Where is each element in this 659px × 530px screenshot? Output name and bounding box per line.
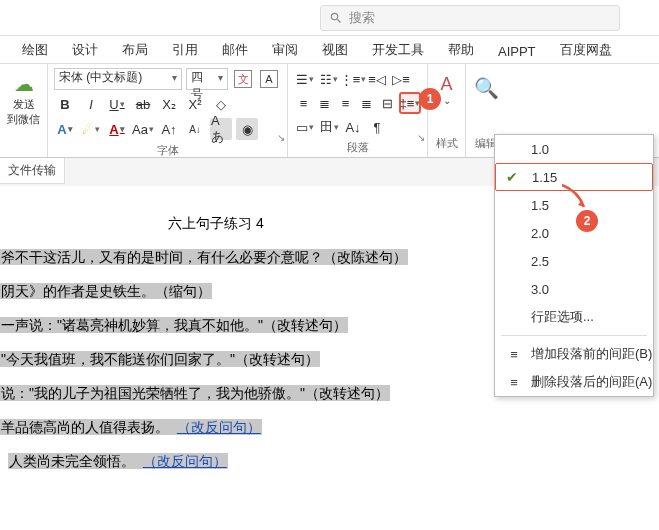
annotation-marker-1: 1 (419, 88, 441, 110)
wechat-icon[interactable]: ☁ (6, 72, 41, 96)
justify-button[interactable]: ≣ (357, 92, 376, 114)
enclosed-char-button[interactable]: ◉ (236, 118, 258, 140)
grow-font-button[interactable]: A↑ (158, 118, 180, 140)
doc-line-6: 羊品德高尚的人值得表扬。 (1, 419, 169, 435)
doc-line-1: 斧不干这活儿，又有的是时间，有什么必要介意呢？（改陈述句） (0, 249, 408, 265)
tab-view[interactable]: 视图 (312, 37, 358, 63)
ribbon-tabs: 绘图 设计 布局 引用 邮件 审阅 视图 开发工具 帮助 AIPPT 百度网盘 (0, 36, 659, 64)
send-label-2: 到微信 (6, 113, 41, 126)
italic-button[interactable]: I (80, 93, 102, 115)
send-wechat-group: ☁ 发送 到微信 (0, 64, 48, 157)
remove-space-after[interactable]: ≡删除段落后的间距(A) (495, 368, 653, 396)
add-space-before[interactable]: ≡增加段落前的间距(B) (495, 340, 653, 368)
doc-line-5: 说："我的儿子为祖国光荣牺牲了，我为他骄傲。"（改转述句） (0, 385, 390, 401)
subscript-button[interactable]: X₂ (158, 93, 180, 115)
paragraph-group: ☰▾ ☷▾ ⋮≡▾ ≡◁ ▷≡ ≡ ≣ ≡ ≣ ⊟ ‡≡▾ 1 ▭▾ 田▾ A↓ (288, 64, 428, 157)
paragraph-group-label: 段落 (294, 140, 421, 157)
tab-mailings[interactable]: 邮件 (212, 37, 258, 63)
increase-indent-button[interactable]: ▷≡ (390, 68, 412, 90)
align-center-button[interactable]: ≣ (315, 92, 334, 114)
borders-button[interactable]: 田▾ (318, 116, 340, 138)
check-icon: ✔ (506, 169, 518, 185)
tab-review[interactable]: 审阅 (262, 37, 308, 63)
asian-layout-button[interactable]: Aあ (210, 118, 232, 140)
tab-aippt[interactable]: AIPPT (488, 40, 546, 63)
align-right-button[interactable]: ≡ (336, 92, 355, 114)
underline-button[interactable]: U▾ (106, 93, 128, 115)
strikethrough-button[interactable]: ab (132, 93, 154, 115)
shading-button[interactable]: ▭▾ (294, 116, 316, 138)
space-after-icon: ≡ (505, 375, 523, 390)
distributed-button[interactable]: ⊟ (378, 92, 397, 114)
doc-line-4: "今天我值班，我不能送你们回家了。"（改转述句） (0, 351, 320, 367)
styles-group: A⌄ 样式 (428, 64, 466, 157)
change-case-button[interactable]: Aa▾ (132, 118, 154, 140)
doc-link-7[interactable]: （改反问句） (143, 453, 227, 469)
doc-line-7: 人类尚未完全领悟。 (9, 453, 135, 469)
file-transfer-label: 文件传输 (0, 158, 65, 184)
search-icon (329, 11, 343, 25)
multilevel-button[interactable]: ⋮≡▾ (342, 68, 364, 90)
line-spacing-dropdown: 1.0 ✔1.15 1.5 2.0 2.5 3.0 行距选项... ≡增加段落前… (494, 134, 654, 397)
line-spacing-options[interactable]: 行距选项... (495, 303, 653, 331)
doc-line-2: 阴天》的作者是史铁生。（缩句） (0, 283, 212, 299)
search-box[interactable]: 搜索 (320, 5, 620, 31)
tab-baidu[interactable]: 百度网盘 (550, 37, 622, 63)
tab-design[interactable]: 设计 (62, 37, 108, 63)
paragraph-dialog-launcher[interactable]: ↘ (417, 132, 425, 143)
character-border-button[interactable]: A (258, 68, 280, 90)
line-spacing-2-0[interactable]: 2.0 (495, 219, 653, 247)
bullets-button[interactable]: ☰▾ (294, 68, 316, 90)
search-placeholder: 搜索 (349, 9, 375, 27)
line-spacing-2-5[interactable]: 2.5 (495, 247, 653, 275)
font-dialog-launcher[interactable]: ↘ (277, 132, 285, 143)
bold-button[interactable]: B (54, 93, 76, 115)
line-spacing-1-0[interactable]: 1.0 (495, 135, 653, 163)
align-left-button[interactable]: ≡ (294, 92, 313, 114)
space-before-icon: ≡ (505, 347, 523, 362)
highlight-button[interactable]: ☄▾ (80, 118, 102, 140)
find-icon[interactable]: 🔍 (472, 76, 500, 100)
shrink-font-button[interactable]: A↓ (184, 118, 206, 140)
decrease-indent-button[interactable]: ≡◁ (366, 68, 388, 90)
doc-link-6[interactable]: （改反问句） (177, 419, 261, 435)
sort-button[interactable]: A↓ (342, 116, 364, 138)
styles-label: 样式 (434, 136, 459, 153)
dropdown-separator (501, 335, 647, 336)
font-color-button[interactable]: A▾ (106, 118, 128, 140)
font-name-select[interactable]: 宋体 (中文标题) (54, 68, 182, 90)
numbering-button[interactable]: ☷▾ (318, 68, 340, 90)
tab-help[interactable]: 帮助 (438, 37, 484, 63)
text-effects-button[interactable]: A▾ (54, 118, 76, 140)
font-group: 宋体 (中文标题) 四号 文 A B I U▾ ab X₂ X² ◇ A▾ ☄▾… (48, 64, 288, 157)
show-marks-button[interactable]: ¶ (366, 116, 388, 138)
font-size-select[interactable]: 四号 (186, 68, 228, 90)
tab-layout[interactable]: 布局 (112, 37, 158, 63)
tab-developer[interactable]: 开发工具 (362, 37, 434, 63)
tab-references[interactable]: 引用 (162, 37, 208, 63)
doc-title: 六上句子练习 4 (168, 212, 264, 236)
annotation-marker-2: 2 (576, 210, 598, 232)
doc-line-3: 一声说："诸葛亮神机妙算，我真不如他。"（改转述句） (0, 317, 348, 333)
phonetic-guide-button[interactable]: 文 (232, 68, 254, 90)
tab-draw[interactable]: 绘图 (12, 37, 58, 63)
font-group-label: 字体 (54, 143, 281, 160)
send-label-1: 发送 (6, 98, 41, 111)
line-spacing-3-0[interactable]: 3.0 (495, 275, 653, 303)
line-spacing-button[interactable]: ‡≡▾ 1 (399, 92, 421, 114)
